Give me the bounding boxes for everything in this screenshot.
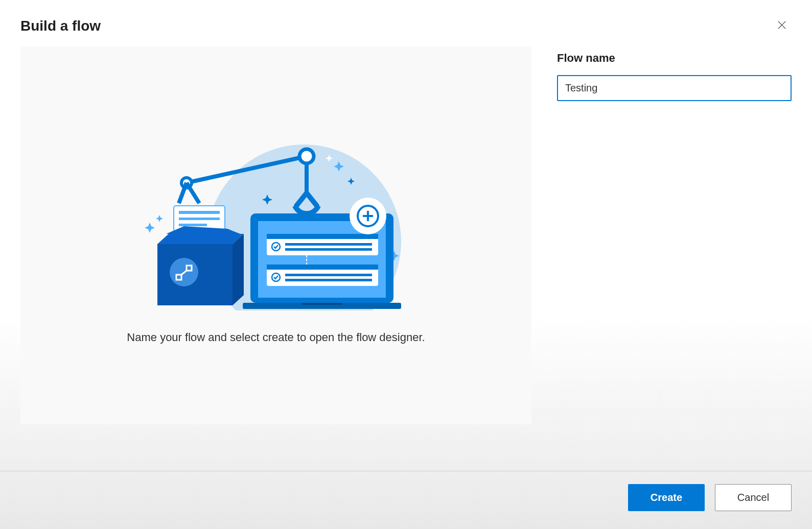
form-panel: Flow name [557,46,792,529]
svg-point-5 [299,149,314,163]
flow-name-input[interactable] [557,75,792,101]
svg-rect-10 [179,224,207,226]
create-button[interactable]: Create [628,484,705,511]
close-button[interactable] [772,15,792,36]
svg-rect-26 [267,264,378,270]
svg-rect-20 [267,234,378,239]
svg-rect-29 [285,279,372,281]
svg-rect-18 [301,303,342,305]
build-flow-dialog: Build a flow [0,0,812,529]
svg-rect-23 [285,248,372,251]
svg-rect-22 [285,243,372,246]
dialog-footer: Create Cancel [0,471,812,529]
svg-rect-28 [285,274,372,276]
svg-rect-9 [179,218,220,220]
dialog-content: Name your flow and select create to open… [0,46,812,529]
flow-name-label: Flow name [557,52,792,65]
dialog-header: Build a flow [0,0,812,46]
flow-builder-illustration [133,127,419,310]
instruction-text: Name your flow and select create to open… [127,331,425,344]
cancel-button[interactable]: Cancel [715,484,792,511]
close-icon [776,19,787,32]
dialog-title: Build a flow [20,18,101,34]
illustration-panel: Name your flow and select create to open… [20,46,531,424]
svg-rect-8 [179,211,220,214]
